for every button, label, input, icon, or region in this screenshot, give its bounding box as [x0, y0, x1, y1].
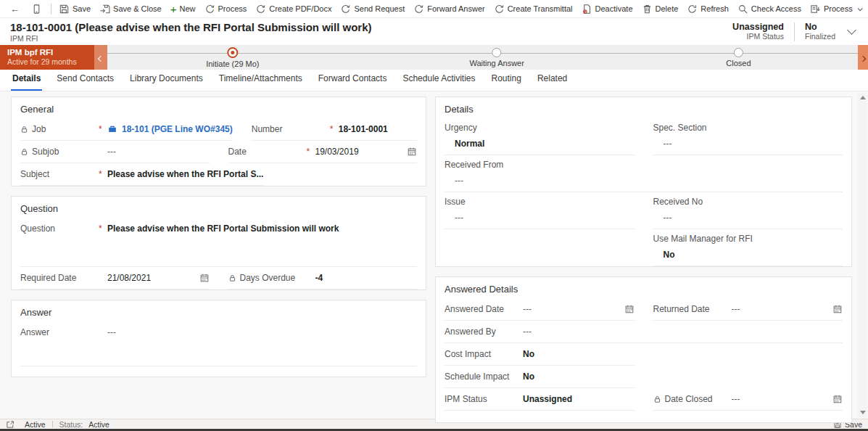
save-close-icon	[99, 4, 110, 15]
back-button[interactable]: ←	[4, 0, 25, 17]
answer-field[interactable]: Answer ---	[20, 321, 417, 366]
bpf-prev-button[interactable]	[94, 45, 107, 70]
ipm-status-field[interactable]: IPM Status Unassigned	[445, 388, 635, 411]
field-label: Date Closed	[665, 394, 713, 404]
tab-library-documents[interactable]: Library Documents	[128, 68, 204, 91]
field-label: Subject	[20, 169, 49, 179]
create-transmittal-button[interactable]: Create Transmittal	[489, 0, 577, 17]
scroll-up-icon[interactable]	[860, 96, 866, 99]
question-field[interactable]: Question * Please advise when the RFI Po…	[20, 218, 417, 267]
save-label: Save	[73, 4, 91, 13]
statusbar-divider	[52, 421, 53, 427]
check-access-button[interactable]: Check Access	[733, 0, 806, 17]
delete-button[interactable]: Delete	[637, 0, 683, 17]
field-label: Use Mail Manager for RFI	[653, 234, 843, 244]
deactivate-button[interactable]: Deactivate	[577, 0, 637, 17]
create-pdf-docx-button[interactable]: Create PDF/Docx	[251, 0, 336, 17]
use-mail-manager-value: No	[653, 250, 843, 260]
returned-date-field[interactable]: Returned Date ---	[653, 298, 843, 321]
number-field[interactable]: Number * 18-101-0001	[252, 118, 417, 141]
process-button[interactable]: Process	[200, 0, 252, 17]
urgency-field[interactable]: Urgency Normal	[445, 118, 635, 155]
bpf-stage-closed[interactable]: Closed	[726, 48, 751, 67]
header-summary-fields: Unassigned IPM Status No Finalized	[732, 22, 858, 41]
back-icon: ←	[10, 4, 20, 15]
record-header: 18-101-0001 (Please advise when the RFI …	[0, 18, 868, 45]
left-column: General Job * 18-101 (PGE Line WO#345) N…	[11, 97, 426, 419]
tab-details[interactable]: Details	[11, 68, 42, 91]
days-overdue-field[interactable]: Days Overdue -4	[228, 267, 418, 290]
forward-answer-button[interactable]: Forward Answer	[409, 0, 489, 17]
create-transmittal-icon	[494, 4, 505, 15]
returned-date-value: ---	[732, 304, 833, 314]
bpf-stage-waiting-answer[interactable]: Waiting Answer	[469, 48, 524, 67]
tab-related[interactable]: Related	[536, 68, 569, 91]
popout-icon[interactable]	[6, 420, 15, 429]
vertical-scrollbar[interactable]	[858, 93, 867, 417]
calendar-icon[interactable]	[199, 273, 210, 283]
use-mail-manager-field[interactable]: Use Mail Manager for RFI No	[653, 229, 843, 266]
header-expand-chevron-icon[interactable]	[847, 25, 856, 35]
send-request-icon	[340, 4, 351, 15]
bpf-stage-initiate[interactable]: Initiate (29 Mo)	[206, 48, 259, 68]
field-label: Spec. Section	[653, 123, 843, 133]
field-label: Subjob	[32, 147, 59, 157]
form-icon	[31, 4, 42, 15]
issue-field[interactable]: Issue ---	[445, 192, 635, 229]
finalized-summary: No Finalized	[805, 22, 835, 41]
field-label: Answered Date	[445, 304, 504, 314]
received-from-field[interactable]: Received From ---	[445, 155, 843, 192]
cost-impact-field[interactable]: Cost Impact No	[445, 343, 635, 366]
answered-date-field[interactable]: Answered Date ---	[445, 298, 635, 321]
send-request-button[interactable]: Send Request	[336, 0, 409, 17]
tab-schedule-activities[interactable]: Schedule Activities	[401, 68, 476, 91]
calendar-icon[interactable]	[832, 394, 843, 404]
send-request-label: Send Request	[354, 4, 405, 13]
form-switcher-button[interactable]	[25, 0, 48, 17]
bpf-track: Initiate (29 Mo) Waiting Answer Closed	[107, 45, 858, 70]
command-bar: ← Save Save & Close +New Process Create …	[0, 0, 868, 18]
subject-field[interactable]: Subject * Please advise when the RFI Por…	[20, 163, 263, 186]
job-link[interactable]: 18-101 (PGE Line WO#345)	[107, 124, 233, 134]
refresh-button[interactable]: Refresh	[682, 0, 733, 17]
page-title: 18-101-0001 (Please advise when the RFI …	[10, 21, 372, 34]
new-button[interactable]: +New	[166, 0, 200, 17]
process-dropdown-button[interactable]: Process	[806, 0, 866, 17]
required-date-field[interactable]: Required Date 21/08/2021	[20, 267, 210, 290]
tab-routing[interactable]: Routing	[490, 68, 523, 91]
job-record-icon	[107, 124, 117, 134]
section-title: General	[20, 102, 417, 118]
calendar-icon[interactable]	[832, 304, 843, 314]
job-field[interactable]: Job * 18-101 (PGE Line WO#345)	[20, 118, 233, 141]
bpf-icon	[810, 4, 821, 15]
urgency-value: Normal	[445, 139, 635, 149]
tab-forward-contacts[interactable]: Forward Contacts	[317, 68, 389, 91]
tab-send-contacts[interactable]: Send Contacts	[55, 68, 115, 91]
required-asterisk: *	[330, 124, 339, 134]
subjob-field[interactable]: Subjob ---	[20, 141, 210, 163]
refresh-label: Refresh	[700, 4, 729, 13]
scroll-down-icon[interactable]	[860, 411, 866, 414]
bpf-active-stage-box[interactable]: IPM bpf RFI Active for 29 months	[0, 45, 94, 70]
save-button[interactable]: Save	[54, 0, 95, 17]
received-no-field[interactable]: Received No ---	[653, 192, 843, 229]
days-overdue-value: -4	[315, 273, 418, 283]
answered-by-value: ---	[523, 327, 843, 337]
field-label: Answer	[20, 327, 49, 337]
subject-value: Please advise when the RFI Portal S...	[107, 169, 263, 179]
calendar-icon[interactable]	[624, 304, 635, 314]
field-label: IPM Status	[445, 394, 487, 404]
spec-section-field[interactable]: Spec. Section ---	[653, 118, 843, 155]
tab-timeline-attachments[interactable]: Timeline/Attachments	[218, 68, 304, 91]
schedule-impact-field[interactable]: Schedule Impact No	[445, 366, 635, 388]
date-field[interactable]: Date * 19/03/2019	[228, 141, 418, 163]
record-title-block: 18-101-0001 (Please advise when the RFI …	[10, 21, 372, 43]
required-asterisk: *	[99, 223, 107, 234]
field-label: Issue	[445, 197, 635, 207]
answered-by-field[interactable]: Answered By ---	[445, 321, 843, 343]
bpf-next-button[interactable]	[858, 45, 868, 70]
date-closed-field[interactable]: Date Closed ---	[653, 388, 843, 411]
calendar-icon[interactable]	[407, 147, 417, 157]
save-and-close-button[interactable]: Save & Close	[95, 0, 166, 17]
deactivate-label: Deactivate	[595, 4, 633, 13]
